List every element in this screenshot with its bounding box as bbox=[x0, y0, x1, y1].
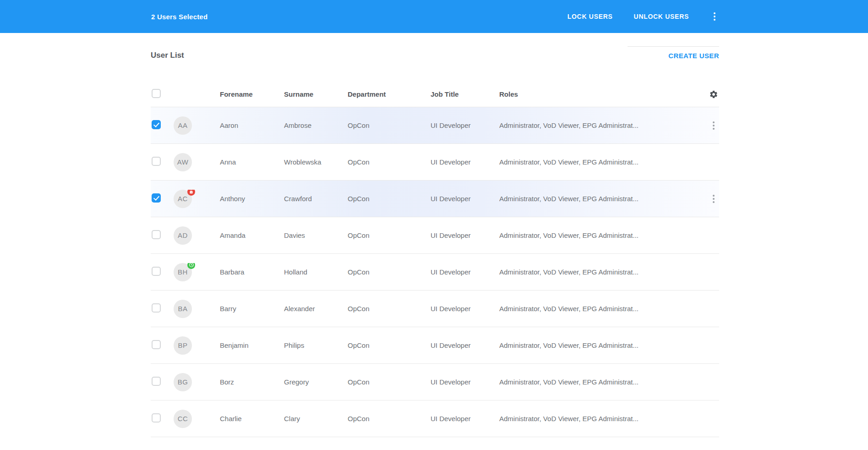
column-settings-button[interactable] bbox=[709, 90, 718, 99]
avatar-initials: BH bbox=[178, 268, 188, 276]
surname-cell: Holland bbox=[284, 268, 348, 276]
roles-cell: Administrator, VoD Viewer, EPG Administr… bbox=[499, 231, 708, 239]
job-title-cell: UI Developer bbox=[431, 121, 499, 129]
surname-cell: Alexander bbox=[284, 305, 348, 313]
job-title-cell: UI Developer bbox=[431, 158, 499, 166]
roles-cell: Administrator, VoD Viewer, EPG Administr… bbox=[499, 268, 708, 276]
column-header-surname: Surname bbox=[284, 90, 348, 98]
user-list-page: User List CREATE USER Forename Surname D… bbox=[151, 33, 719, 437]
user-row[interactable]: BG Borz Gregory OpCon UI Developer Admin… bbox=[151, 364, 719, 401]
user-avatar: BA bbox=[174, 300, 192, 318]
row-overflow-menu-button[interactable] bbox=[709, 193, 718, 205]
forename-cell: Amanda bbox=[220, 231, 284, 239]
forename-cell: Barbara bbox=[220, 268, 284, 276]
department-cell: OpCon bbox=[348, 195, 431, 203]
avatar-initials: AC bbox=[178, 195, 188, 203]
forename-cell: Anna bbox=[220, 158, 284, 166]
list-header: User List CREATE USER bbox=[151, 33, 719, 60]
list-header-actions: CREATE USER bbox=[628, 35, 719, 60]
user-avatar: BH bbox=[174, 263, 192, 281]
lock-users-button[interactable]: LOCK USERS bbox=[567, 9, 614, 24]
department-cell: OpCon bbox=[348, 268, 431, 276]
user-avatar: BG bbox=[174, 373, 192, 391]
row-checkbox[interactable] bbox=[152, 267, 161, 276]
user-filter-input[interactable] bbox=[628, 35, 719, 47]
user-row[interactable]: AA Aaron Ambrose OpCon UI Developer Admi… bbox=[151, 107, 719, 144]
select-all-checkbox[interactable] bbox=[152, 89, 161, 98]
row-overflow-menu-button[interactable] bbox=[709, 120, 718, 132]
row-checkbox[interactable] bbox=[152, 377, 161, 386]
department-cell: OpCon bbox=[348, 415, 431, 423]
row-checkbox[interactable] bbox=[152, 230, 161, 239]
create-user-button[interactable]: CREATE USER bbox=[668, 51, 719, 60]
row-checkbox[interactable] bbox=[152, 157, 161, 166]
job-title-cell: UI Developer bbox=[431, 341, 499, 349]
gear-icon bbox=[709, 90, 718, 99]
department-cell: OpCon bbox=[348, 158, 431, 166]
job-title-cell: UI Developer bbox=[431, 268, 499, 276]
roles-cell: Administrator, VoD Viewer, EPG Administr… bbox=[499, 305, 708, 313]
job-title-cell: UI Developer bbox=[431, 305, 499, 313]
surname-cell: Clary bbox=[284, 415, 348, 423]
column-header-roles: Roles bbox=[499, 90, 708, 98]
header-actions-cell bbox=[708, 90, 719, 99]
avatar-initials: CC bbox=[178, 415, 188, 423]
kebab-menu-icon bbox=[714, 12, 715, 14]
forename-cell: Charlie bbox=[220, 415, 284, 423]
department-cell: OpCon bbox=[348, 378, 431, 386]
row-checkbox[interactable] bbox=[152, 303, 161, 313]
selection-toolbar: 2 Users Selected LOCK USERS UNLOCK USERS bbox=[0, 0, 868, 33]
avatar-initials: AA bbox=[178, 121, 187, 129]
user-avatar: BP bbox=[174, 336, 192, 355]
appbar-overflow-menu-button[interactable] bbox=[710, 11, 719, 22]
clock-badge-icon bbox=[189, 263, 194, 268]
surname-cell: Crawford bbox=[284, 195, 348, 203]
avatar-initials: BP bbox=[178, 341, 187, 349]
user-table: Forename Surname Department Job Title Ro… bbox=[151, 82, 719, 437]
user-avatar: AW bbox=[174, 153, 192, 171]
avatar-initials: AW bbox=[177, 158, 189, 166]
page-title: User List bbox=[151, 50, 184, 60]
header-checkbox-cell bbox=[151, 89, 174, 99]
user-row[interactable]: BH Barbara Holland OpCon UI Developer Ad… bbox=[151, 254, 719, 291]
department-cell: OpCon bbox=[348, 231, 431, 239]
roles-cell: Administrator, VoD Viewer, EPG Administr… bbox=[499, 415, 708, 423]
user-row[interactable]: AW Anna Wroblewska OpCon UI Developer Ad… bbox=[151, 144, 719, 181]
roles-cell: Administrator, VoD Viewer, EPG Administr… bbox=[499, 195, 708, 203]
user-avatar: AD bbox=[174, 226, 192, 245]
job-title-cell: UI Developer bbox=[431, 378, 499, 386]
row-checkbox[interactable] bbox=[152, 193, 161, 203]
forename-cell: Benjamin bbox=[220, 341, 284, 349]
avatar-initials: BA bbox=[178, 305, 187, 313]
department-cell: OpCon bbox=[348, 121, 431, 129]
user-row[interactable]: BA Barry Alexander OpCon UI Developer Ad… bbox=[151, 291, 719, 327]
table-header-row: Forename Surname Department Job Title Ro… bbox=[151, 82, 719, 107]
roles-cell: Administrator, VoD Viewer, EPG Administr… bbox=[499, 158, 708, 166]
row-checkbox[interactable] bbox=[152, 120, 161, 129]
surname-cell: Ambrose bbox=[284, 121, 348, 129]
locked-status-badge bbox=[187, 190, 195, 196]
surname-cell: Philips bbox=[284, 341, 348, 349]
job-title-cell: UI Developer bbox=[431, 415, 499, 423]
user-row[interactable]: AD Amanda Davies OpCon UI Developer Admi… bbox=[151, 217, 719, 254]
surname-cell: Davies bbox=[284, 231, 348, 239]
user-avatar: AC bbox=[174, 190, 192, 208]
job-title-cell: UI Developer bbox=[431, 231, 499, 239]
row-checkbox[interactable] bbox=[152, 340, 161, 349]
user-row[interactable]: CC Charlie Clary OpCon UI Developer Admi… bbox=[151, 401, 719, 437]
unlock-users-button[interactable]: UNLOCK USERS bbox=[633, 9, 690, 24]
row-checkbox[interactable] bbox=[152, 413, 161, 423]
surname-cell: Gregory bbox=[284, 378, 348, 386]
kebab-menu-icon bbox=[713, 195, 715, 197]
user-avatar: CC bbox=[174, 410, 192, 428]
forename-cell: Barry bbox=[220, 305, 284, 313]
selection-count-label: 2 Users Selected bbox=[151, 13, 207, 21]
avatar-initials: BG bbox=[178, 378, 188, 386]
user-row[interactable]: BP Benjamin Philips OpCon UI Developer A… bbox=[151, 327, 719, 364]
user-table-body: AA Aaron Ambrose OpCon UI Developer Admi… bbox=[151, 107, 719, 437]
user-avatar: AA bbox=[174, 116, 192, 135]
column-header-department: Department bbox=[348, 90, 431, 98]
surname-cell: Wroblewska bbox=[284, 158, 348, 166]
user-row[interactable]: AC Anthony Crawford OpCon UI Developer A… bbox=[151, 181, 719, 217]
kebab-menu-icon bbox=[713, 121, 715, 123]
